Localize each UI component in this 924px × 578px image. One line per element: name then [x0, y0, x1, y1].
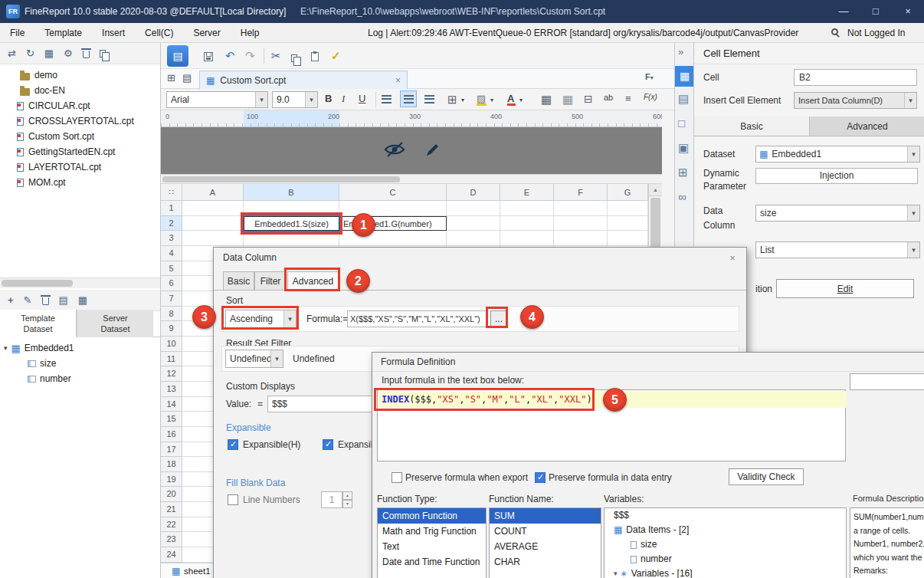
batch-edit-icon[interactable]: ▦ — [78, 294, 87, 306]
dropdown-icon[interactable]: ▾ — [305, 92, 317, 107]
dropdown-icon[interactable]: ▾ — [907, 146, 919, 162]
grid-column-header-G[interactable]: G — [608, 184, 648, 201]
grid-column-header-E[interactable]: E — [500, 184, 554, 201]
grid-select-all[interactable]: ∷ — [161, 184, 182, 201]
scrollbar-thumb[interactable] — [2, 280, 73, 287]
grid-row-header-10[interactable]: 10 — [161, 337, 182, 352]
sort-order-select[interactable]: Ascending ▾ — [225, 310, 297, 328]
grid-cell-A2[interactable] — [182, 216, 244, 232]
cell-attributes-icon[interactable]: ▤ — [678, 92, 689, 106]
edit-button[interactable]: Edit — [776, 279, 914, 298]
delete-icon[interactable] — [83, 51, 90, 58]
grid-cell-E3[interactable] — [500, 231, 554, 246]
align-center-selected[interactable] — [400, 90, 417, 107]
data-column-select[interactable]: size ▾ — [755, 205, 920, 222]
grid-row-header-7[interactable]: 7 — [161, 291, 182, 307]
variable-item-size[interactable]: size — [605, 537, 846, 552]
edit-pencil-icon[interactable] — [424, 142, 441, 159]
grid-cell-D3[interactable] — [447, 231, 500, 246]
function-name-count[interactable]: COUNT — [490, 524, 601, 539]
dropdown-icon[interactable]: ▾ — [904, 93, 916, 108]
dropdown-icon[interactable]: ▾ — [519, 97, 523, 103]
bold-button[interactable]: B — [325, 93, 332, 104]
grid-row-header-12[interactable]: 12 — [161, 366, 182, 382]
grid-row-header-23[interactable]: 23 — [161, 532, 182, 547]
function-name-sum[interactable]: SUM — [490, 508, 601, 524]
minimize-button[interactable]: — — [827, 0, 860, 23]
preview-dataset-icon[interactable]: ▤ — [59, 294, 68, 306]
grid-cell-A3[interactable] — [182, 231, 244, 246]
grid-row-header-2[interactable]: 2 — [161, 216, 182, 232]
format-painter-icon[interactable]: ✓ — [331, 49, 341, 63]
grid-row-header-21[interactable]: 21 — [161, 502, 182, 517]
tree-item-circular-cpt[interactable]: CIRCULAR.cpt — [0, 98, 160, 113]
add-dataset-icon[interactable]: + — [8, 294, 14, 306]
grid-row-header-1[interactable]: 1 — [161, 201, 182, 216]
condition-attributes-icon[interactable]: ⊞ — [678, 166, 688, 179]
grid-cell-F1[interactable] — [554, 201, 608, 216]
function-name-list[interactable]: SUMCOUNTAVERAGECHAR — [489, 507, 601, 578]
grid-row-header-17[interactable]: 17 — [161, 442, 182, 458]
scroll-up-icon[interactable]: ▲ — [649, 184, 662, 196]
grid-cell-B1[interactable] — [244, 201, 339, 216]
dropdown-icon[interactable]: ▾ — [907, 242, 919, 258]
grid-cell-F2[interactable] — [554, 216, 608, 232]
function-type-text[interactable]: Text — [378, 539, 486, 554]
spinner-up-icon[interactable]: ▴ — [342, 491, 352, 500]
cut-icon[interactable]: ✂ — [271, 49, 281, 63]
document-tab[interactable]: ▦ Custom Sort.cpt × — [199, 71, 408, 89]
settings-icon[interactable]: ⚙ — [64, 48, 73, 59]
menu-insert[interactable]: Insert — [92, 23, 135, 43]
expander-icon[interactable]: ▾ — [614, 567, 618, 578]
close-tab-icon[interactable]: × — [395, 75, 401, 86]
font-family-select[interactable]: Arial ▾ — [166, 91, 268, 108]
paste-icon[interactable] — [311, 51, 319, 64]
undo-icon[interactable]: ↶ — [225, 49, 235, 63]
refresh-icon[interactable]: ↻ — [26, 48, 34, 59]
unmerge-cells-icon[interactable]: ▦ — [562, 93, 573, 107]
tree-item-gettingstarteden-cpt[interactable]: GettingStartedEN.cpt — [0, 144, 160, 159]
grid-column-header-D[interactable]: D — [447, 184, 500, 201]
dataset-root[interactable]: ▾ ▦ Embedded1 — [0, 340, 160, 356]
float-element-icon[interactable]: □ — [678, 117, 685, 130]
function-name-char[interactable]: CHAR — [490, 554, 601, 570]
font-color-icon[interactable]: A — [507, 93, 514, 104]
tab-basic[interactable]: Basic — [694, 117, 809, 136]
variable-item-variables-16[interactable]: ▾∗Variables - [16] — [605, 567, 846, 578]
switch-directory-icon[interactable]: ⇄ — [8, 48, 16, 59]
grid-cell-G2[interactable] — [608, 216, 648, 232]
underline-button[interactable]: U — [359, 93, 365, 104]
function-type-math-and-trig-function[interactable]: Math and Trig Function — [378, 524, 486, 539]
dataset-field[interactable]: number — [0, 371, 160, 386]
copy-template-icon[interactable] — [100, 50, 106, 57]
hide-preview-icon[interactable] — [383, 141, 406, 158]
dataset-select[interactable]: ▦ Embedded1 ▾ — [755, 146, 920, 163]
function-type-list[interactable]: Common FunctionMath and Trig FunctionTex… — [377, 507, 487, 578]
copy-icon[interactable] — [291, 51, 297, 64]
grid-cell-B3[interactable] — [244, 231, 339, 246]
menu-cell-c[interactable]: Cell(C) — [135, 23, 183, 43]
style-icon[interactable]: ≡ — [625, 93, 631, 104]
grid-row-header-15[interactable]: 15 — [161, 412, 182, 427]
dynamic-parameter-button[interactable]: Injection — [755, 168, 918, 184]
search-icon[interactable] — [831, 28, 838, 35]
dropdown-icon[interactable]: ▾ — [283, 310, 296, 327]
grid-row-header-6[interactable]: 6 — [161, 276, 182, 291]
grid-row-header-14[interactable]: 14 — [161, 397, 182, 412]
grid-row-header-20[interactable]: 20 — [161, 487, 182, 502]
grid-cell-D1[interactable] — [447, 201, 500, 216]
hyperlink-icon[interactable]: ∞ — [678, 190, 686, 203]
new-grid-icon[interactable]: ⊞ — [167, 72, 175, 84]
sheet-tab[interactable]: sheet1 — [184, 563, 211, 578]
menu-template[interactable]: Template — [34, 23, 92, 43]
dropdown-icon[interactable]: ▾ — [490, 97, 493, 103]
tree-item-doc-en[interactable]: doc-EN — [0, 83, 160, 98]
line-numbers-checkbox[interactable] — [228, 494, 238, 505]
tree-item-mom-cpt[interactable]: MOM.cpt — [0, 175, 160, 190]
expander-icon[interactable]: ▾ — [4, 344, 8, 352]
expansible-v-checkbox[interactable] — [323, 439, 333, 450]
tab-server-dataset[interactable]: Server Dataset — [77, 310, 153, 337]
tree-item-crosslayertotal-cpt[interactable]: CROSSLAYERTOTAL.cpt — [0, 113, 160, 129]
borders-icon[interactable]: ⊞ — [447, 93, 457, 107]
line-numbers-spinner[interactable]: 1 — [321, 491, 342, 508]
